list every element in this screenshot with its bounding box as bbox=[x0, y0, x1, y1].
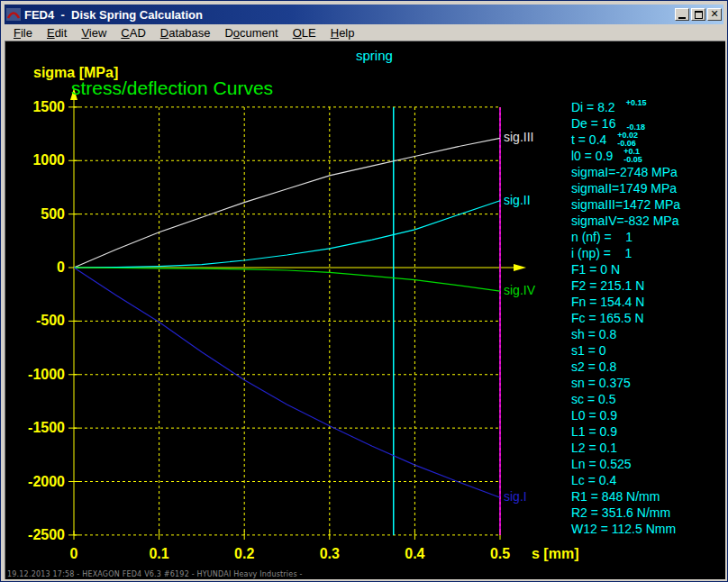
menu-item-view[interactable]: View bbox=[74, 25, 114, 41]
result-line: s1 = 0 bbox=[571, 342, 725, 359]
x-tick-label: 0.3 bbox=[320, 546, 340, 561]
menu-item-file[interactable]: File bbox=[6, 25, 40, 41]
tolerance-value: +0.1-0.05 bbox=[623, 148, 642, 164]
curve-sig-I bbox=[74, 268, 500, 497]
x-tick-label: 0.5 bbox=[490, 546, 510, 561]
menu-item-document[interactable]: Document bbox=[217, 25, 285, 41]
result-line: Lc = 0.4 bbox=[571, 472, 725, 488]
result-line: F1 = 0 N bbox=[571, 261, 725, 277]
result-line: sn = 0.375 bbox=[571, 375, 725, 391]
result-line: n (nf) = 1 bbox=[571, 229, 725, 245]
chart-title: stress/deflection Curves bbox=[71, 77, 273, 99]
close-button[interactable]: ✕ bbox=[707, 8, 722, 21]
result-line: sigmaIII=1472 MPa bbox=[571, 196, 725, 213]
minimize-button[interactable] bbox=[675, 8, 689, 21]
spring-caption: spring bbox=[356, 48, 393, 63]
result-line: t = 0.4+0.02-0.06 bbox=[571, 132, 725, 148]
result-line: F2 = 215.1 N bbox=[571, 277, 725, 294]
tolerance-value: -0.18 bbox=[626, 115, 645, 132]
result-line: s2 = 0.8 bbox=[571, 359, 725, 375]
result-line: Fc = 165.5 N bbox=[571, 310, 725, 326]
maximize-icon bbox=[695, 11, 703, 19]
result-line: Ln = 0.525 bbox=[571, 456, 725, 472]
result-line: W12 = 112.5 Nmm bbox=[571, 521, 725, 537]
menu-item-database[interactable]: Database bbox=[153, 25, 218, 41]
menu-bar: FileEditViewCADDatabaseDocumentOLEHelp bbox=[5, 24, 723, 41]
results-panel: Di = 8.2+0.15De = 16-0.18t = 0.4+0.02-0.… bbox=[571, 99, 725, 537]
tolerance-value: +0.15 bbox=[626, 99, 647, 115]
menu-item-help[interactable]: Help bbox=[323, 25, 362, 41]
result-line: R2 = 351.6 N/mm bbox=[571, 505, 725, 521]
y-tick-label: 500 bbox=[41, 206, 65, 222]
curve-label-sig-I: sig.I bbox=[504, 489, 527, 504]
result-line: L2 = 0.1 bbox=[571, 440, 725, 456]
result-line: De = 16-0.18 bbox=[571, 115, 725, 132]
curve-sig-IV bbox=[74, 268, 500, 291]
result-line: sc = 0.5 bbox=[571, 391, 725, 407]
y-tick-label: 1500 bbox=[32, 99, 65, 114]
x-tick-label: 0.1 bbox=[149, 546, 168, 561]
result-line: sigmaI=-2748 MPa bbox=[571, 164, 725, 180]
y-tick-label: -500 bbox=[36, 313, 65, 328]
x-tick-label: 0 bbox=[70, 546, 78, 561]
y-tick-label: -1500 bbox=[28, 420, 65, 435]
result-line: L0 = 0.9 bbox=[571, 407, 725, 423]
title-bar[interactable]: FED4 - Disk Spring Calculation ✕ bbox=[5, 5, 723, 24]
result-line: R1 = 848 N/mm bbox=[571, 488, 725, 505]
status-bar: 19.12.2013 17:58 - HEXAGON FED4 V6.3 #61… bbox=[7, 570, 303, 578]
y-tick-label: -1000 bbox=[28, 367, 65, 382]
y-tick-label: -2000 bbox=[28, 474, 65, 489]
x-axis-title: s [mm] bbox=[532, 546, 578, 561]
result-line: l0 = 0.9+0.1-0.05 bbox=[571, 148, 725, 164]
maximize-button[interactable] bbox=[691, 8, 705, 21]
result-line: Fn = 154.4 N bbox=[571, 294, 725, 310]
close-icon: ✕ bbox=[710, 10, 718, 19]
tolerance-value: +0.02-0.06 bbox=[617, 132, 638, 148]
result-line: L1 = 0.9 bbox=[571, 423, 725, 440]
curve-sig-II bbox=[74, 201, 500, 268]
y-tick-label: -2500 bbox=[28, 527, 65, 542]
result-line: sigmaII=1749 MPa bbox=[571, 180, 725, 196]
minimize-icon bbox=[678, 17, 686, 19]
menu-item-ole[interactable]: OLE bbox=[286, 25, 323, 41]
menu-item-edit[interactable]: Edit bbox=[40, 25, 74, 41]
curve-sig-III bbox=[74, 138, 500, 268]
result-line: sh = 0.8 bbox=[571, 326, 725, 342]
app-window: FED4 - Disk Spring Calculation ✕ FileEdi… bbox=[0, 0, 728, 582]
stress-deflection-chart: 150010005000-500-1000-1500-2000-250000.1… bbox=[5, 41, 589, 575]
x-tick-label: 0.4 bbox=[405, 546, 424, 561]
y-tick-label: 1000 bbox=[32, 152, 65, 168]
x-axis-arrow bbox=[514, 264, 526, 271]
menu-item-cad[interactable]: CAD bbox=[114, 25, 152, 41]
window-title: FED4 - Disk Spring Calculation bbox=[24, 8, 675, 22]
x-tick-label: 0.2 bbox=[234, 546, 254, 561]
result-line: sigmaIV=-832 MPa bbox=[571, 213, 725, 229]
plot-client-area: 150010005000-500-1000-1500-2000-250000.1… bbox=[5, 41, 725, 579]
result-line: i (np) = 1 bbox=[571, 245, 725, 261]
curve-label-sig-III: sig.III bbox=[504, 130, 533, 144]
y-tick-label: 0 bbox=[57, 259, 65, 275]
curve-label-sig-II: sig.II bbox=[504, 193, 531, 207]
curve-label-sig-IV: sig.IV bbox=[504, 283, 536, 297]
app-icon bbox=[6, 7, 21, 22]
result-line: Di = 8.2+0.15 bbox=[571, 99, 725, 115]
